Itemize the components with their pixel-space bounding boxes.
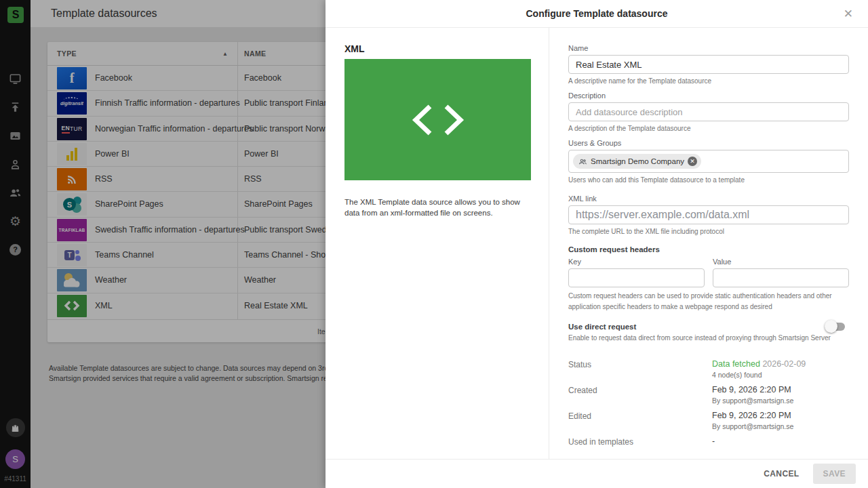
datasource-description-text: The XML Template data source allows you … bbox=[344, 197, 531, 218]
edited-value: Feb 9, 2026 2:20 PM bbox=[712, 411, 791, 420]
direct-request-toggle[interactable] bbox=[825, 322, 845, 331]
name-helper: A descriptive name for the Template data… bbox=[568, 77, 849, 85]
xml-link-label: XML link bbox=[568, 195, 849, 203]
header-key-label: Key bbox=[568, 258, 705, 266]
datasource-form: Name A descriptive name for the Template… bbox=[549, 28, 868, 459]
status-detail: 4 node(s) found bbox=[712, 371, 806, 379]
used-in-templates-value: - bbox=[712, 436, 715, 447]
chip-remove-icon[interactable]: ✕ bbox=[688, 157, 697, 166]
used-in-templates-label: Used in templates bbox=[568, 436, 712, 447]
description-helper: A description of the Template datasource bbox=[568, 125, 849, 132]
status-date: 2026-02-09 bbox=[762, 359, 806, 369]
modal-header: Configure Template datasource ✕ bbox=[326, 0, 868, 28]
close-icon[interactable]: ✕ bbox=[844, 0, 853, 28]
xml-preview-image bbox=[344, 59, 531, 180]
header-value-label: Value bbox=[713, 258, 849, 266]
modal-title: Configure Template datasource bbox=[326, 0, 868, 28]
header-key-input[interactable] bbox=[568, 268, 705, 287]
modal-footer: CANCEL SAVE bbox=[326, 459, 868, 488]
configure-datasource-modal: Configure Template datasource ✕ XML The … bbox=[326, 0, 868, 488]
status-label: Status bbox=[568, 359, 712, 379]
name-label: Name bbox=[568, 44, 849, 52]
datasource-meta: Status Data fetched 2026-02-09 4 node(s)… bbox=[568, 359, 849, 447]
datasource-info-panel: XML The XML Template data source allows … bbox=[326, 28, 549, 459]
created-label: Created bbox=[568, 385, 712, 405]
xml-link-input[interactable] bbox=[568, 205, 849, 224]
edited-by: By support@smartsign.se bbox=[712, 422, 793, 430]
users-groups-label: Users & Groups bbox=[568, 139, 849, 147]
description-input[interactable] bbox=[568, 102, 849, 121]
custom-headers-helper: Custom request headers can be used to pr… bbox=[568, 291, 849, 312]
user-group-chip[interactable]: Smartsign Demo Company ✕ bbox=[573, 154, 701, 169]
users-groups-helper: Users who can add this Template datasour… bbox=[568, 176, 849, 184]
created-value: Feb 9, 2026 2:20 PM bbox=[712, 385, 791, 394]
custom-headers-label: Custom request headers bbox=[568, 245, 849, 253]
created-by: By support@smartsign.se bbox=[712, 396, 793, 405]
description-label: Description bbox=[568, 92, 849, 100]
edited-label: Edited bbox=[568, 411, 712, 430]
direct-request-label: Use direct request bbox=[568, 323, 636, 331]
header-value-input[interactable] bbox=[713, 268, 849, 287]
direct-request-helper: Enable to request data direct from sourc… bbox=[568, 334, 849, 342]
name-input[interactable] bbox=[568, 55, 849, 74]
datasource-type-heading: XML bbox=[344, 43, 530, 54]
users-groups-input[interactable]: Smartsign Demo Company ✕ bbox=[568, 150, 849, 173]
status-value: Data fetched bbox=[712, 359, 760, 369]
group-icon bbox=[578, 157, 587, 166]
screen: S ⚙ ? bbox=[0, 0, 868, 488]
save-button[interactable]: SAVE bbox=[813, 464, 856, 484]
chip-label: Smartsign Demo Company bbox=[591, 157, 684, 165]
xml-link-helper: The complete URL to the XML file includi… bbox=[568, 228, 849, 235]
cancel-button[interactable]: CANCEL bbox=[764, 469, 799, 479]
